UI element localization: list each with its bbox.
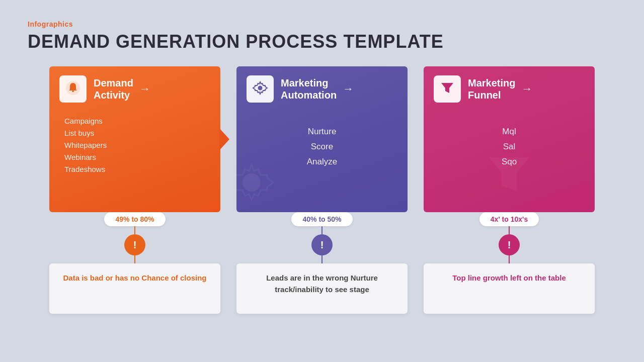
connector-automation: 40% to 50% ! [291,212,352,263]
note-box-automation: Leads are in the wrong Nurture track/ina… [236,263,408,314]
column-marketing-automation: MarketingAutomation → Nurture Score Anal… [236,66,408,314]
card-title-area-funnel: MarketingFunnel → [468,77,532,101]
main-title: DEMAND GENERATION PROCESS TEMPLATE [28,31,616,52]
list-item: Whitepapers [64,141,210,149]
columns-container: DemandActivity → Campaigns List buys Whi… [28,66,616,314]
column-marketing-funnel: MarketingFunnel → Mql Sal Sqo [424,66,595,314]
connector-line-funnel-bottom [509,255,510,263]
pill-automation: 40% to 50% [291,212,352,226]
exclamation-circle-demand: ! [124,234,145,255]
card-marketing-automation: MarketingAutomation → Nurture Score Anal… [236,66,408,212]
connector-funnel: 4x' to 10x's ! [479,212,539,263]
card-title-area-demand: DemandActivity → [94,77,150,101]
pill-funnel: 4x' to 10x's [479,212,539,226]
list-item: Analyze [307,157,337,167]
svg-point-4 [243,173,261,192]
svg-marker-5 [441,83,453,93]
card-header-automation: MarketingAutomation → [247,75,397,103]
note-text-funnel: Top line growth left on the table [432,273,587,284]
list-item: List buys [64,129,210,137]
exclamation-circle-automation: ! [311,234,333,255]
connector-line-demand-bottom [134,255,135,263]
exclamation-circle-funnel: ! [499,234,520,255]
funnel-icon [439,80,455,98]
gear-icon [252,80,268,98]
card-title-automation: MarketingAutomation [281,77,337,101]
card-title-funnel: MarketingFunnel [468,77,515,101]
note-text-demand: Data is bad or has no Chance of closing [57,273,212,284]
arrow-funnel: → [521,82,532,96]
connector-line-automation-bottom [321,255,323,263]
connector-line-funnel-top [509,226,510,234]
svg-point-2 [72,83,74,85]
bg-funnel-icon [484,150,534,202]
connector-demand: 49% to 80% ! [104,212,165,263]
list-item: Campaigns [64,117,210,125]
arrow-automation: → [343,82,354,96]
list-item: Nurture [308,127,337,137]
connector-line-demand-top [134,226,135,234]
icon-box-funnel [434,75,461,103]
card-title-area-automation: MarketingAutomation → [281,77,354,101]
list-item: Score [311,142,333,152]
card-list-demand: Campaigns List buys Whitepapers Webinars… [59,112,210,173]
svg-point-3 [258,86,263,90]
card-header-funnel: MarketingFunnel → [434,75,585,103]
icon-box-gear [247,75,274,103]
list-item: Webinars [64,153,210,161]
note-box-demand: Data is bad or has no Chance of closing [49,263,220,314]
infographics-label: Infographics [28,20,616,28]
note-box-funnel: Top line growth left on the table [424,263,595,314]
note-text-automation: Leads are in the wrong Nurture track/ina… [245,273,399,295]
note-bold-nurture: Nurture [351,274,378,282]
card-demand-activity: DemandActivity → Campaigns List buys Whi… [49,66,220,212]
icon-box-bell [59,75,87,103]
list-item: Mql [502,127,516,137]
svg-marker-6 [489,157,529,191]
card-title-demand: DemandActivity [94,77,133,101]
pill-demand: 49% to 80% [104,212,165,226]
bg-gear-icon [236,160,274,207]
bell-icon [65,80,80,98]
arrow-demand: → [139,82,150,96]
connector-line-automation-top [321,226,323,234]
list-item: Tradeshows [64,165,210,173]
card-marketing-funnel: MarketingFunnel → Mql Sal Sqo [424,66,595,212]
column-demand-activity: DemandActivity → Campaigns List buys Whi… [49,66,220,314]
svg-rect-1 [72,90,74,92]
card-header-demand: DemandActivity → [59,75,210,103]
page: Infographics DEMAND GENERATION PROCESS T… [0,0,644,362]
